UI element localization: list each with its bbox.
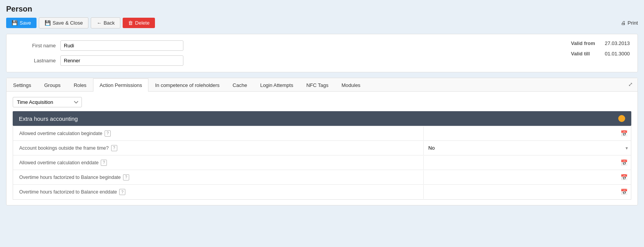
save-close-button[interactable]: 💾 Save & Close [39, 17, 89, 28]
valid-till-label: Valid till [571, 51, 602, 57]
section-header: Extra hours accounting [13, 111, 631, 126]
field-input-3[interactable] [427, 160, 621, 165]
field-value-2: No Yes ▾ [423, 141, 631, 155]
module-dropdown[interactable]: Time Acquisition [13, 97, 82, 107]
tab-modules[interactable]: Modules [335, 78, 367, 92]
page-title: Person [6, 5, 638, 13]
calendar-icon-4[interactable]: 📅 [621, 174, 628, 181]
tab-in-competence[interactable]: In competence of roleholders [148, 78, 226, 92]
field-label-3: Allowed overtime calculation enddate ? [13, 157, 423, 169]
field-input-5[interactable] [427, 189, 621, 195]
save-button[interactable]: 💾 Save [6, 18, 37, 28]
table-row: Overtime hours factorized to Balance beg… [13, 170, 631, 185]
section-title: Extra hours accounting [19, 115, 618, 122]
table-row: Overtime hours factorized to Balance end… [13, 185, 631, 199]
table-row: Allowed overtime calculation enddate ? 📅 [13, 155, 631, 170]
table-row: Allowed overtime calculation begindate ?… [13, 126, 631, 141]
tab-cache[interactable]: Cache [226, 78, 254, 92]
info-icon-1[interactable]: ? [105, 130, 111, 137]
field-value-1: 📅 [423, 127, 631, 140]
field-input-1[interactable] [427, 130, 621, 136]
info-icon-4[interactable]: ? [123, 174, 129, 180]
expand-icon[interactable]: ⤢ [624, 78, 637, 91]
first-name-input[interactable] [60, 40, 183, 51]
table-row: Account bookings outside the frame time?… [13, 141, 631, 155]
back-icon: ← [97, 20, 102, 26]
field-input-4[interactable] [427, 174, 621, 180]
save-icon: 💾 [12, 20, 18, 26]
tab-settings[interactable]: Settings [7, 78, 38, 92]
tab-nfc-tags[interactable]: NFC Tags [300, 78, 335, 92]
person-form: First name Lastname Valid from 27.03.201… [6, 34, 638, 72]
first-name-label: First name [14, 43, 60, 48]
back-button[interactable]: ← Back [91, 17, 120, 28]
field-label-2: Account bookings outside the frame time?… [13, 142, 423, 154]
field-value-3: 📅 [423, 156, 631, 170]
tab-roles[interactable]: Roles [67, 78, 93, 92]
delete-button[interactable]: 🗑 Delete [123, 18, 155, 28]
fields-container: Allowed overtime calculation begindate ?… [13, 126, 631, 200]
toolbar: 💾 Save 💾 Save & Close ← Back 🗑 Delete 🖨 … [6, 17, 638, 28]
tab-action-permissions[interactable]: Action Permissions [93, 78, 149, 92]
calendar-icon-3[interactable]: 📅 [621, 159, 628, 166]
calendar-icon-1[interactable]: 📅 [621, 130, 628, 137]
print-icon: 🖨 [621, 20, 626, 26]
field-label-1: Allowed overtime calculation begindate ? [13, 127, 423, 140]
field-value-4: 📅 [423, 170, 631, 184]
dropdown-arrow-icon: ▾ [626, 145, 628, 151]
field-value-5: 📅 [423, 185, 631, 199]
valid-from-value: 27.03.2013 [605, 40, 630, 46]
info-icon-5[interactable]: ? [119, 189, 125, 195]
valid-from-label: Valid from [571, 40, 602, 46]
info-icon-3[interactable]: ? [101, 160, 107, 166]
tab-groups[interactable]: Groups [38, 78, 67, 92]
field-label-4: Overtime hours factorized to Balance beg… [13, 171, 423, 184]
tabs-content: Time Acquisition Extra hours accounting … [7, 92, 637, 205]
field-label-5: Overtime hours factorized to Balance end… [13, 186, 423, 198]
delete-icon: 🗑 [128, 20, 133, 26]
last-name-label: Lastname [14, 58, 60, 63]
print-button[interactable]: 🖨 Print [621, 20, 638, 26]
info-icon-2[interactable]: ? [111, 145, 117, 151]
field-select-2[interactable]: No Yes [427, 144, 626, 152]
last-name-input[interactable] [60, 55, 183, 66]
tabs-container: Settings Groups Roles Action Permissions… [6, 78, 638, 205]
calendar-icon-5[interactable]: 📅 [621, 189, 628, 195]
tabs-bar: Settings Groups Roles Action Permissions… [7, 78, 637, 92]
valid-till-value: 01.01.3000 [605, 51, 630, 57]
section-status-dot [618, 115, 625, 122]
save-close-icon: 💾 [45, 20, 51, 26]
tab-login-attempts[interactable]: Login Attempts [254, 78, 300, 92]
